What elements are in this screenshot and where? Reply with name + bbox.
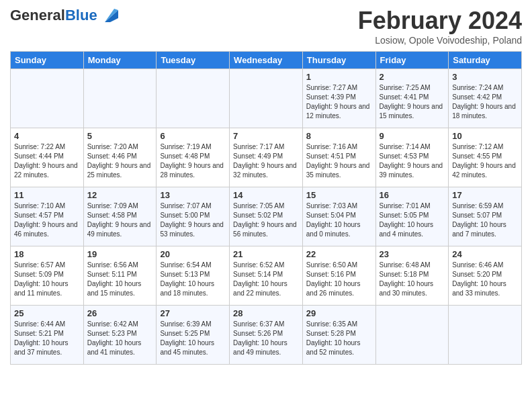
table-row: 26Sunrise: 6:42 AM Sunset: 5:23 PM Dayli… (83, 306, 157, 365)
table-row: 28Sunrise: 6:37 AM Sunset: 5:26 PM Dayli… (230, 306, 303, 365)
day-info: Sunrise: 7:09 AM Sunset: 4:58 PM Dayligh… (87, 201, 153, 239)
day-info: Sunrise: 7:16 AM Sunset: 4:51 PM Dayligh… (306, 142, 372, 180)
col-monday: Monday (83, 52, 157, 69)
table-row: 27Sunrise: 6:39 AM Sunset: 5:25 PM Dayli… (157, 306, 230, 365)
table-row: 22Sunrise: 6:50 AM Sunset: 5:16 PM Dayli… (302, 246, 375, 306)
table-row: 23Sunrise: 6:48 AM Sunset: 5:18 PM Dayli… (375, 246, 449, 306)
table-row (449, 306, 522, 365)
calendar-header-row: Sunday Monday Tuesday Wednesday Thursday… (11, 52, 522, 69)
day-info: Sunrise: 7:14 AM Sunset: 4:53 PM Dayligh… (380, 142, 445, 180)
table-row (157, 69, 230, 128)
day-number: 22 (306, 249, 372, 259)
day-info: Sunrise: 6:50 AM Sunset: 5:16 PM Dayligh… (306, 261, 372, 298)
calendar-table: Sunday Monday Tuesday Wednesday Thursday… (10, 51, 522, 365)
calendar-week-row: 1Sunrise: 7:27 AM Sunset: 4:39 PM Daylig… (11, 69, 522, 128)
table-row: 24Sunrise: 6:46 AM Sunset: 5:20 PM Dayli… (449, 246, 522, 306)
col-wednesday: Wednesday (230, 52, 303, 69)
page-header: GeneralBlue February 2024 Losiow, Opole … (10, 7, 522, 46)
day-info: Sunrise: 7:19 AM Sunset: 4:48 PM Dayligh… (160, 142, 226, 180)
table-row: 25Sunrise: 6:44 AM Sunset: 5:21 PM Dayli… (11, 306, 84, 365)
day-number: 1 (306, 72, 372, 82)
logo-text: GeneralBlue (10, 7, 97, 24)
calendar-week-row: 4Sunrise: 7:22 AM Sunset: 4:44 PM Daylig… (11, 128, 522, 187)
table-row: 6Sunrise: 7:19 AM Sunset: 4:48 PM Daylig… (157, 128, 230, 187)
logo: GeneralBlue (10, 7, 121, 25)
table-row (230, 69, 303, 128)
table-row: 14Sunrise: 7:05 AM Sunset: 5:02 PM Dayli… (230, 187, 303, 246)
day-number: 6 (160, 131, 226, 141)
table-row: 17Sunrise: 6:59 AM Sunset: 5:07 PM Dayli… (449, 187, 522, 246)
table-row: 3Sunrise: 7:24 AM Sunset: 4:42 PM Daylig… (449, 69, 522, 128)
calendar-week-row: 25Sunrise: 6:44 AM Sunset: 5:21 PM Dayli… (11, 306, 522, 365)
table-row: 13Sunrise: 7:07 AM Sunset: 5:00 PM Dayli… (157, 187, 230, 246)
day-number: 21 (233, 249, 299, 259)
day-info: Sunrise: 7:01 AM Sunset: 5:05 PM Dayligh… (380, 201, 445, 239)
day-info: Sunrise: 7:05 AM Sunset: 5:02 PM Dayligh… (233, 201, 299, 239)
day-info: Sunrise: 6:44 AM Sunset: 5:21 PM Dayligh… (14, 320, 80, 357)
table-row (83, 69, 157, 128)
day-number: 8 (306, 131, 372, 141)
col-saturday: Saturday (449, 52, 522, 69)
day-number: 16 (380, 190, 445, 200)
day-number: 15 (306, 190, 372, 200)
table-row: 12Sunrise: 7:09 AM Sunset: 4:58 PM Dayli… (83, 187, 157, 246)
day-info: Sunrise: 6:48 AM Sunset: 5:18 PM Dayligh… (380, 261, 445, 298)
table-row (11, 69, 84, 128)
day-number: 2 (380, 72, 445, 82)
day-info: Sunrise: 7:12 AM Sunset: 4:55 PM Dayligh… (452, 142, 518, 180)
calendar-week-row: 18Sunrise: 6:57 AM Sunset: 5:09 PM Dayli… (11, 246, 522, 306)
day-number: 12 (87, 190, 153, 200)
day-number: 19 (87, 249, 153, 259)
day-number: 17 (452, 190, 518, 200)
day-number: 27 (160, 308, 226, 318)
table-row: 20Sunrise: 6:54 AM Sunset: 5:13 PM Dayli… (157, 246, 230, 306)
day-info: Sunrise: 6:46 AM Sunset: 5:20 PM Dayligh… (452, 261, 518, 298)
table-row: 11Sunrise: 7:10 AM Sunset: 4:57 PM Dayli… (11, 187, 84, 246)
table-row: 2Sunrise: 7:25 AM Sunset: 4:41 PM Daylig… (375, 69, 449, 128)
calendar-week-row: 11Sunrise: 7:10 AM Sunset: 4:57 PM Dayli… (11, 187, 522, 246)
day-number: 20 (160, 249, 226, 259)
table-row (375, 306, 449, 365)
table-row: 4Sunrise: 7:22 AM Sunset: 4:44 PM Daylig… (11, 128, 84, 187)
day-number: 5 (87, 131, 153, 141)
month-title: February 2024 (358, 7, 522, 35)
day-number: 3 (452, 72, 518, 82)
day-info: Sunrise: 6:57 AM Sunset: 5:09 PM Dayligh… (14, 261, 80, 298)
day-info: Sunrise: 7:27 AM Sunset: 4:39 PM Dayligh… (306, 83, 372, 121)
day-info: Sunrise: 7:17 AM Sunset: 4:49 PM Dayligh… (233, 142, 299, 180)
day-info: Sunrise: 7:25 AM Sunset: 4:41 PM Dayligh… (380, 83, 445, 121)
table-row: 21Sunrise: 6:52 AM Sunset: 5:14 PM Dayli… (230, 246, 303, 306)
col-thursday: Thursday (302, 52, 375, 69)
day-number: 14 (233, 190, 299, 200)
day-number: 28 (233, 308, 299, 318)
day-number: 23 (380, 249, 445, 259)
day-number: 29 (306, 308, 372, 318)
day-number: 24 (452, 249, 518, 259)
day-info: Sunrise: 6:54 AM Sunset: 5:13 PM Dayligh… (160, 261, 226, 298)
table-row: 16Sunrise: 7:01 AM Sunset: 5:05 PM Dayli… (375, 187, 449, 246)
day-info: Sunrise: 7:07 AM Sunset: 5:00 PM Dayligh… (160, 201, 226, 239)
day-info: Sunrise: 7:20 AM Sunset: 4:46 PM Dayligh… (87, 142, 153, 180)
day-info: Sunrise: 6:39 AM Sunset: 5:25 PM Dayligh… (160, 320, 226, 357)
table-row: 10Sunrise: 7:12 AM Sunset: 4:55 PM Dayli… (449, 128, 522, 187)
logo-icon (99, 3, 121, 25)
day-number: 4 (14, 131, 80, 141)
day-info: Sunrise: 7:22 AM Sunset: 4:44 PM Dayligh… (14, 142, 80, 180)
day-info: Sunrise: 6:56 AM Sunset: 5:11 PM Dayligh… (87, 261, 153, 298)
day-number: 18 (14, 249, 80, 259)
day-info: Sunrise: 6:59 AM Sunset: 5:07 PM Dayligh… (452, 201, 518, 239)
table-row: 19Sunrise: 6:56 AM Sunset: 5:11 PM Dayli… (83, 246, 157, 306)
day-info: Sunrise: 7:10 AM Sunset: 4:57 PM Dayligh… (14, 201, 80, 239)
col-friday: Friday (375, 52, 449, 69)
day-info: Sunrise: 7:24 AM Sunset: 4:42 PM Dayligh… (452, 83, 518, 121)
day-number: 11 (14, 190, 80, 200)
location: Losiow, Opole Voivodeship, Poland (358, 35, 522, 46)
day-number: 9 (380, 131, 445, 141)
day-number: 13 (160, 190, 226, 200)
table-row: 18Sunrise: 6:57 AM Sunset: 5:09 PM Dayli… (11, 246, 84, 306)
col-sunday: Sunday (11, 52, 84, 69)
day-info: Sunrise: 7:03 AM Sunset: 5:04 PM Dayligh… (306, 201, 372, 239)
table-row: 8Sunrise: 7:16 AM Sunset: 4:51 PM Daylig… (302, 128, 375, 187)
day-info: Sunrise: 6:37 AM Sunset: 5:26 PM Dayligh… (233, 320, 299, 357)
day-number: 26 (87, 308, 153, 318)
